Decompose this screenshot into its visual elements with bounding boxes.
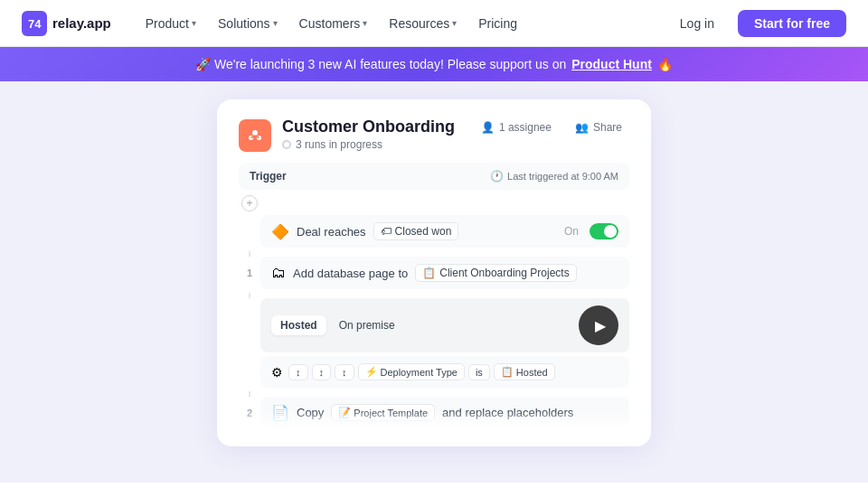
- plus-icon-col: +: [239, 195, 260, 211]
- deal-on-label: On: [564, 225, 579, 238]
- announcement-suffix: 🔥: [657, 57, 673, 71]
- add-row-wrapper: 1 🗂 Add database page to 📋 Client Onboar…: [239, 257, 629, 289]
- share-button[interactable]: 👥 Share: [568, 117, 629, 137]
- deal-tag: 🏷 Closed won: [373, 222, 459, 240]
- add-row: 🗂 Add database page to 📋 Client Onboardi…: [260, 257, 629, 289]
- filter-row-wrapper: ⚙ ↕ ↕ ↕ ⚡ Deployment Type is 📋: [239, 356, 629, 388]
- nav-item-resources[interactable]: Resources ▾: [380, 11, 466, 36]
- filter-chip-arrow2: ↕: [312, 364, 332, 380]
- login-button[interactable]: Log in: [665, 10, 729, 37]
- demo-actions: 👤 1 assignee 👥 Share: [474, 117, 629, 137]
- filter-icon: ⚙: [271, 365, 283, 380]
- play-icon: ▶: [595, 317, 606, 334]
- runs-text: 3 runs in progress: [296, 138, 382, 151]
- demo-title: Customer Onboarding: [282, 117, 455, 136]
- add-row-content: 🗂 Add database page to 📋 Client Onboardi…: [260, 257, 629, 289]
- deal-text: Deal reaches: [297, 225, 366, 239]
- runs-dot-icon: [282, 140, 291, 149]
- filter-chip-arrow: ↕: [288, 364, 308, 380]
- logo-text: relay.app: [52, 15, 111, 31]
- demo-header-left: Customer Onboarding 3 runs in progress: [239, 117, 455, 152]
- main-content: Customer Onboarding 3 runs in progress 👤…: [0, 81, 868, 483]
- nav-item-customers[interactable]: Customers ▾: [290, 11, 377, 36]
- video-section-content: Hosted On premise ▶: [260, 298, 629, 352]
- copy-row-wrapper: 2 📄 Copy 📝 Project Template and replace …: [239, 397, 629, 428]
- chevron-down-icon: ▾: [363, 18, 367, 28]
- filter-value-chip: 📋 Hosted: [494, 363, 555, 380]
- nav-item-product[interactable]: Product ▾: [137, 11, 205, 36]
- hosted-tab[interactable]: Hosted: [271, 315, 326, 335]
- svg-point-2: [252, 130, 258, 136]
- video-tabs: Hosted On premise: [271, 315, 404, 335]
- logo[interactable]: 74 relay.app: [22, 11, 111, 36]
- navbar-left: 74 relay.app Product ▾ Solutions ▾ Custo…: [22, 11, 526, 36]
- plus-circle-icon[interactable]: +: [241, 195, 258, 211]
- start-free-button[interactable]: Start for free: [738, 10, 846, 37]
- navbar: 74 relay.app Product ▾ Solutions ▾ Custo…: [0, 0, 868, 47]
- chip-icon: ⚡: [365, 366, 378, 378]
- add-step-num: 1: [239, 267, 260, 278]
- on-premise-tab[interactable]: On premise: [330, 315, 404, 335]
- project-tag: 📋 Client Onboarding Projects: [415, 264, 576, 282]
- trigger-section: Trigger 🕐 Last triggered at 9:00 AM + 🔶: [239, 163, 629, 428]
- chevron-down-icon: ▾: [273, 18, 278, 28]
- logo-icon: 74: [22, 11, 47, 36]
- demo-info: Customer Onboarding 3 runs in progress: [282, 117, 455, 151]
- demo-card: Customer Onboarding 3 runs in progress 👤…: [217, 99, 651, 446]
- person-icon: 👤: [481, 121, 495, 134]
- demo-subtitle: 3 runs in progress: [282, 138, 455, 151]
- video-row-wrapper: Hosted On premise ▶: [239, 298, 629, 352]
- deal-toggle[interactable]: [590, 223, 618, 239]
- chevron-down-icon: ▾: [192, 18, 196, 28]
- nav-item-solutions[interactable]: Solutions ▾: [209, 11, 287, 36]
- tag-icon: 🏷: [381, 225, 392, 238]
- trigger-bar: Trigger 🕐 Last triggered at 9:00 AM: [239, 163, 629, 190]
- announcement-text: 🚀 We're launching 3 new AI features toda…: [195, 57, 566, 71]
- chevron-down-icon: ▾: [452, 18, 457, 28]
- product-hunt-link[interactable]: Product Hunt: [571, 57, 652, 71]
- hosted-icon: 📋: [501, 366, 514, 378]
- deal-row-wrapper: 🔶 Deal reaches 🏷 Closed won On: [239, 215, 629, 248]
- add-text: Add database page to: [293, 267, 408, 280]
- filter-row: ⚙ ↕ ↕ ↕ ⚡ Deployment Type is 📋: [260, 356, 629, 388]
- filter-is-chip: is: [468, 364, 490, 380]
- navbar-right: Log in Start for free: [665, 10, 846, 37]
- assignee-button[interactable]: 👤 1 assignee: [474, 117, 559, 137]
- fade-overlay: [239, 410, 629, 428]
- demo-header: Customer Onboarding 3 runs in progress 👤…: [239, 117, 629, 152]
- announcement-banner: 🚀 We're launching 3 new AI features toda…: [0, 47, 868, 81]
- plus-connector-row: +: [239, 195, 629, 211]
- filter-chips: ↕ ↕ ↕ ⚡ Deployment Type is 📋 Hosted: [288, 363, 555, 380]
- clock-icon: 🕐: [490, 170, 504, 183]
- nav-menu: Product ▾ Solutions ▾ Customers ▾ Resour…: [137, 11, 526, 36]
- trigger-label: Trigger: [250, 170, 287, 183]
- svg-text:74: 74: [28, 17, 42, 31]
- filter-deployment: ⚡ Deployment Type: [358, 363, 465, 380]
- filter-row-content: ⚙ ↕ ↕ ↕ ⚡ Deployment Type is 📋: [260, 356, 629, 388]
- trigger-time: 🕐 Last triggered at 9:00 AM: [490, 170, 618, 183]
- deal-row-content: 🔶 Deal reaches 🏷 Closed won On: [260, 215, 629, 248]
- notion-icon: 📋: [422, 267, 436, 279]
- play-button[interactable]: ▶: [579, 305, 618, 345]
- filter-chip-arrow3: ↕: [335, 364, 354, 380]
- database-icon: 🗂: [271, 265, 286, 281]
- video-section: Hosted On premise ▶: [260, 298, 629, 352]
- hubspot-icon: [239, 119, 271, 152]
- deal-icon: 🔶: [271, 223, 289, 240]
- share-icon: 👥: [575, 121, 589, 134]
- nav-item-pricing[interactable]: Pricing: [469, 11, 526, 36]
- deal-row: 🔶 Deal reaches 🏷 Closed won On: [260, 215, 629, 248]
